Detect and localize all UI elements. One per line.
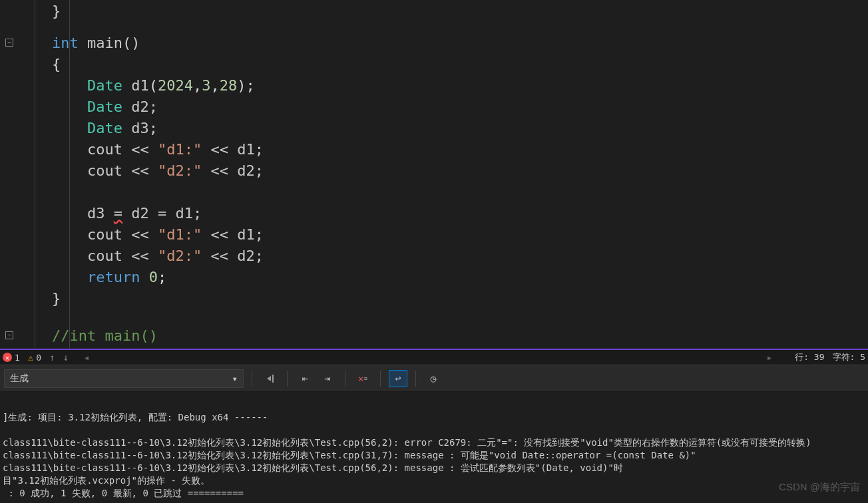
code-text: d2; — [122, 98, 158, 115]
code-text: } — [52, 3, 61, 19]
code-text: << d2; — [202, 248, 264, 264]
code-text: cout << — [87, 141, 158, 158]
scroll-left-icon[interactable]: ◀ — [85, 354, 89, 361]
punc: ); — [237, 77, 255, 94]
go-to-prev-icon[interactable] — [260, 370, 279, 387]
string: "d2:" — [158, 248, 202, 264]
keyword: return — [87, 269, 140, 285]
string: "d1:" — [158, 141, 202, 158]
code-text: d3 — [87, 205, 114, 222]
code-editor[interactable]: } −int main() { Date d1(2024,3,28); Date… — [0, 0, 868, 349]
indent-left-icon[interactable]: ⇤ — [296, 370, 314, 387]
code-text: cout << — [87, 248, 158, 264]
number: 0 — [149, 269, 158, 285]
warning-count-value: 0 — [36, 353, 41, 363]
string: "d1:" — [158, 226, 202, 243]
code-text: cout << — [87, 226, 158, 243]
nav-up-icon[interactable]: ↑ — [49, 352, 55, 363]
punc: , — [193, 77, 202, 94]
history-icon[interactable]: ◷ — [424, 370, 443, 387]
code-text: cout << — [87, 162, 158, 179]
punc: ( — [149, 77, 158, 94]
code-text: main() — [79, 35, 140, 51]
code-text: d3; — [122, 120, 158, 136]
output-filter-dropdown[interactable]: 生成 ▾ — [4, 369, 244, 388]
output-text[interactable]: ]生成: 项目: 3.12初始化列表, 配置: Debug x64 ------… — [0, 392, 868, 503]
punc: , — [210, 77, 219, 94]
code-text: { — [52, 56, 61, 73]
char-label: 字符: — [833, 352, 855, 362]
warning-icon: ⚠ — [28, 352, 33, 363]
code-text: << d2; — [202, 162, 264, 179]
error-squiggle: = — [114, 205, 122, 222]
number: 2024 — [158, 77, 193, 94]
type: Date — [87, 77, 122, 94]
keyword: int — [52, 35, 79, 51]
code-text: << d1; — [202, 226, 264, 243]
clear-icon[interactable]: ✕≡ — [353, 370, 372, 387]
output-toolbar: 生成 ▾ ⇤ ⇥ ✕≡ ↩ ◷ — [0, 365, 868, 392]
number: 3 — [202, 77, 210, 94]
number: 28 — [220, 77, 238, 94]
output-line: class111\bite-class111--6-10\3.12初始化列表\3… — [3, 437, 811, 448]
scroll-right-icon[interactable]: ▶ — [767, 354, 771, 361]
type: Date — [87, 120, 122, 136]
warning-count[interactable]: ⚠ 0 — [28, 352, 41, 363]
code-text: << d1; — [202, 141, 264, 158]
fold-icon[interactable]: − — [5, 39, 13, 47]
status-bar: ✕ 1 ⚠ 0 ↑ ↓ ◀ ▶ 行: 39 字符: 5 — [0, 349, 868, 365]
output-line: 目"3.12初始化列表.vcxproj"的操作 - 失败。 — [3, 475, 210, 486]
error-count-value: 1 — [15, 353, 20, 363]
output-line: class111\bite-class111--6-10\3.12初始化列表\3… — [3, 462, 623, 473]
indent-right-icon[interactable]: ⇥ — [318, 370, 337, 387]
nav-down-icon[interactable]: ↓ — [63, 352, 69, 363]
char-value: 5 — [860, 352, 865, 362]
code-text: d2 = d1; — [122, 205, 202, 222]
comment: //int main() — [52, 327, 158, 344]
space — [140, 269, 148, 285]
string: "d2:" — [158, 162, 202, 179]
chevron-down-icon: ▾ — [232, 373, 238, 384]
dropdown-label: 生成 — [10, 373, 29, 385]
code-text: } — [52, 290, 61, 307]
output-line: : 0 成功, 1 失败, 0 最新, 0 已跳过 ========== — [3, 488, 244, 498]
type: Date — [87, 98, 122, 115]
output-line: class111\bite-class111--6-10\3.12初始化列表\3… — [3, 450, 696, 460]
code-text: d1 — [122, 77, 149, 94]
error-icon: ✕ — [3, 353, 12, 362]
line-value: 39 — [814, 352, 825, 362]
fold-icon[interactable]: − — [5, 331, 13, 339]
error-count[interactable]: ✕ 1 — [3, 353, 20, 363]
line-label: 行: — [795, 352, 809, 362]
output-panel: 生成 ▾ ⇤ ⇥ ✕≡ ↩ ◷ ]生成: 项目: 3.12初始化列表, 配置: … — [0, 365, 868, 503]
word-wrap-icon[interactable]: ↩ — [389, 370, 407, 387]
output-line: ]生成: 项目: 3.12初始化列表, 配置: Debug x64 ------ — [3, 412, 268, 422]
punc: ; — [158, 269, 166, 285]
